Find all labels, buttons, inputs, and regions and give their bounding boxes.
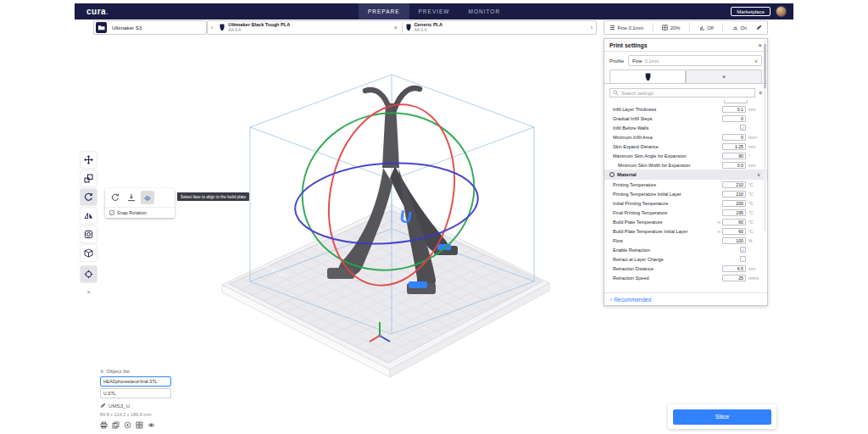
- setting-row[interactable]: Final Printing Temperature 195 °C: [604, 208, 767, 217]
- object-item[interactable]: U.STL: [100, 388, 171, 398]
- visibility-icon[interactable]: [147, 421, 155, 429]
- chevron-left-icon[interactable]: ‹: [208, 25, 216, 31]
- object-list-header[interactable]: ∨ Object list: [100, 368, 176, 374]
- close-icon[interactable]: ×: [390, 25, 402, 31]
- setting-row[interactable]: Enable Retraction ✓: [604, 245, 767, 254]
- extruder-2-config[interactable]: Generic PLA AA 0.4: [403, 21, 587, 34]
- tab-preview[interactable]: PREVIEW: [409, 3, 459, 19]
- arrange-icon[interactable]: [136, 421, 143, 429]
- scrollbar-thumb[interactable]: [764, 44, 766, 88]
- setting-value: 200: [736, 201, 743, 206]
- scale-tool-button[interactable]: [81, 170, 97, 186]
- object-list: ∨ Object list HEADphonestand-final.STL U…: [100, 368, 176, 429]
- setting-row[interactable]: Build Plate Temperature ∞ 60 °C: [604, 217, 767, 226]
- object-actions: [100, 421, 176, 429]
- rotate-tool-button[interactable]: [81, 189, 97, 205]
- per-model-settings-button[interactable]: [81, 226, 97, 242]
- viewport-3d[interactable]: Ultimaker: [110, 41, 610, 380]
- topbar: cura. PREPARE PREVIEW MONITOR Marketplac…: [75, 3, 793, 19]
- setting-row[interactable]: Printing Temperature 210 °C: [604, 180, 767, 189]
- setting-value-input[interactable]: 1.25: [722, 143, 746, 150]
- setting-value-input[interactable]: 210: [722, 181, 746, 188]
- reset-rotation-icon: [111, 193, 120, 202]
- lay-flat-button[interactable]: [125, 191, 138, 204]
- setting-value-input[interactable]: 25: [722, 275, 746, 281]
- support-blocker-button[interactable]: [81, 245, 97, 261]
- material-configuration[interactable]: ‹ Ultimaker Black Tough PLA AA 0.4 × Gen…: [207, 20, 597, 35]
- tab-prepare[interactable]: PREPARE: [359, 3, 409, 19]
- setting-row[interactable]: Gradual Infill Steps 0: [604, 114, 767, 123]
- setting-row[interactable]: Flow 100 %: [604, 236, 767, 245]
- setting-value-input[interactable]: 0.1: [722, 106, 746, 113]
- chevron-right-icon[interactable]: ›: [587, 25, 596, 31]
- setting-row[interactable]: Build Plate Temperature Initial Layer ∞ …: [604, 226, 767, 236]
- setting-value-input[interactable]: 0: [722, 115, 746, 122]
- model-logo: U: [398, 207, 413, 227]
- account-avatar[interactable]: [776, 6, 787, 17]
- recommended-button[interactable]: Recommended: [614, 297, 651, 303]
- setting-row[interactable]: Material ∨: [604, 170, 767, 180]
- search-settings-input[interactable]: Search settings: [609, 88, 755, 97]
- setting-value-input[interactable]: 195: [722, 209, 746, 216]
- setting-value-input[interactable]: 100: [722, 237, 746, 244]
- setting-row[interactable]: Retraction Speed 25 mm/s: [604, 273, 767, 282]
- profile-label: Profile: [609, 58, 624, 64]
- toolbar-close-icon[interactable]: ×: [81, 288, 97, 296]
- marketplace-button[interactable]: Marketplace: [731, 7, 771, 16]
- extruder-2-tab[interactable]: ×: [686, 70, 762, 83]
- settings-scrollbar[interactable]: [764, 41, 766, 231]
- settings-filter-icon[interactable]: ≡: [759, 90, 762, 96]
- snap-rotation-option[interactable]: ✓ Snap Rotation: [105, 208, 175, 218]
- back-chevron-icon: ‹: [610, 297, 612, 303]
- setting-row[interactable]: Skin Expand Distance 1.25 mm: [604, 142, 767, 151]
- layers-icon: [609, 25, 615, 31]
- setting-row[interactable]: Retract at Layer Change: [604, 254, 767, 264]
- setting-row[interactable]: Retraction Distance 6.5 mm: [604, 264, 767, 273]
- move-tool-button[interactable]: [81, 152, 97, 168]
- printer-selector[interactable]: Ultimaker S3: [93, 20, 207, 35]
- reset-rotation-button[interactable]: [108, 191, 122, 204]
- tab-monitor[interactable]: MONITOR: [459, 3, 510, 19]
- setting-label: Minimum Infill Area: [613, 135, 722, 140]
- slice-button[interactable]: Slice: [673, 409, 771, 425]
- setting-value-input[interactable]: 200: [722, 200, 746, 207]
- setting-value-input[interactable]: 90: [722, 153, 746, 159]
- setting-checkbox[interactable]: ✓: [740, 125, 746, 131]
- extruder-1-config[interactable]: Ultimaker Black Tough PLA AA 0.4 ×: [216, 21, 401, 34]
- setting-row[interactable]: Initial Printing Temperature 200 °C: [604, 198, 767, 208]
- open-file-button[interactable]: [96, 22, 107, 33]
- profile-dropdown[interactable]: Fine 0.1mm ∨: [628, 55, 762, 66]
- setting-value: 1.25: [735, 144, 743, 149]
- printer-icon[interactable]: [100, 421, 108, 429]
- setting-row[interactable]: Minimum Infill Area 0 mm²: [604, 132, 767, 142]
- setting-value-input[interactable]: 60: [722, 219, 746, 225]
- setting-value-input[interactable]: 0: [722, 134, 746, 141]
- setting-control: 0 mm²: [722, 134, 760, 141]
- center-model-icon[interactable]: [124, 421, 131, 429]
- print-settings-summary[interactable]: Fine 0.1mm 20% Off On: [604, 20, 768, 35]
- extruder-1-tab[interactable]: [609, 70, 686, 83]
- model-list-button[interactable]: [81, 266, 97, 282]
- setting-row[interactable]: Maximum Skin Angle for Expansion 90 °: [604, 151, 767, 160]
- setting-value-input[interactable]: 0.0: [722, 162, 746, 169]
- setting-value-input[interactable]: 60: [722, 228, 746, 235]
- object-item[interactable]: HEADphonestand-final.STL: [100, 376, 171, 387]
- setting-control: ✓: [740, 125, 760, 131]
- duplicate-icon[interactable]: [112, 421, 120, 429]
- setting-checkbox[interactable]: [740, 256, 746, 262]
- setting-row[interactable]: Minimum Skin Width for Expansion 0.0 mm: [604, 160, 767, 170]
- snap-rotation-checkbox[interactable]: ✓: [109, 210, 114, 215]
- edit-pencil-icon: [100, 403, 106, 409]
- setting-checkbox[interactable]: ✓: [740, 247, 746, 253]
- setting-control: 6.5 mm: [722, 265, 760, 272]
- setting-row[interactable]: Infill Layer Thickness 0.1 mm: [604, 104, 767, 114]
- setting-row[interactable]: Infill Before Walls ✓: [604, 123, 767, 132]
- setting-value-input[interactable]: 210: [722, 191, 746, 198]
- edit-pencil-icon[interactable]: [756, 25, 762, 31]
- panel-close-icon[interactable]: ×: [759, 42, 762, 49]
- setting-row[interactable]: Printing Temperature Initial Layer 210 °…: [604, 189, 767, 198]
- setting-value-input[interactable]: 6.5: [722, 265, 746, 272]
- printer-nickname[interactable]: UMS3_U: [100, 403, 176, 409]
- mirror-tool-button[interactable]: [81, 208, 97, 224]
- select-face-button[interactable]: [141, 191, 154, 204]
